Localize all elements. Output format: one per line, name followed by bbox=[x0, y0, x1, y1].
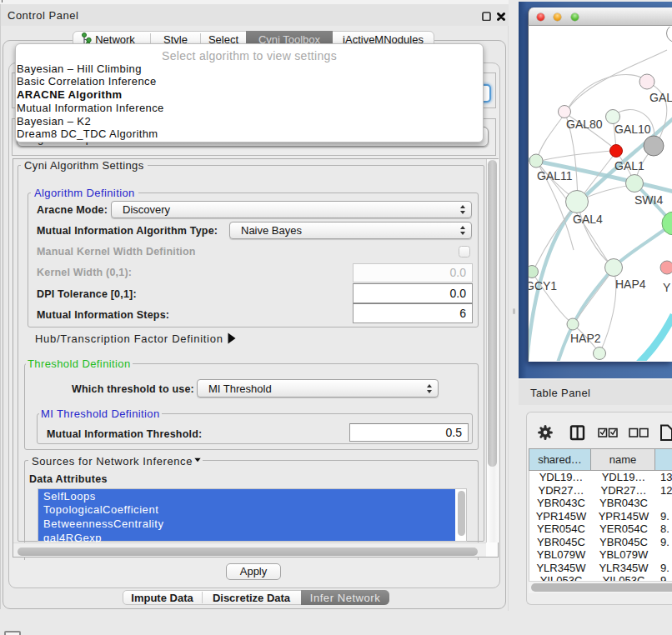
svg-text:GAL: GAL bbox=[649, 91, 672, 104]
svg-text:GAL1: GAL1 bbox=[614, 159, 644, 172]
svg-text:Y: Y bbox=[663, 281, 671, 294]
svg-text:GCY1: GCY1 bbox=[529, 279, 557, 292]
svg-text:GAL10: GAL10 bbox=[614, 122, 651, 136]
svg-text:GAL80: GAL80 bbox=[566, 118, 603, 131]
svg-text:GAL11: GAL11 bbox=[537, 169, 573, 182]
svg-text:GAL4: GAL4 bbox=[573, 212, 603, 226]
svg-text:SWI4: SWI4 bbox=[634, 193, 663, 207]
svg-text:HAP4: HAP4 bbox=[615, 278, 646, 291]
svg-text:HAP2: HAP2 bbox=[570, 332, 601, 345]
